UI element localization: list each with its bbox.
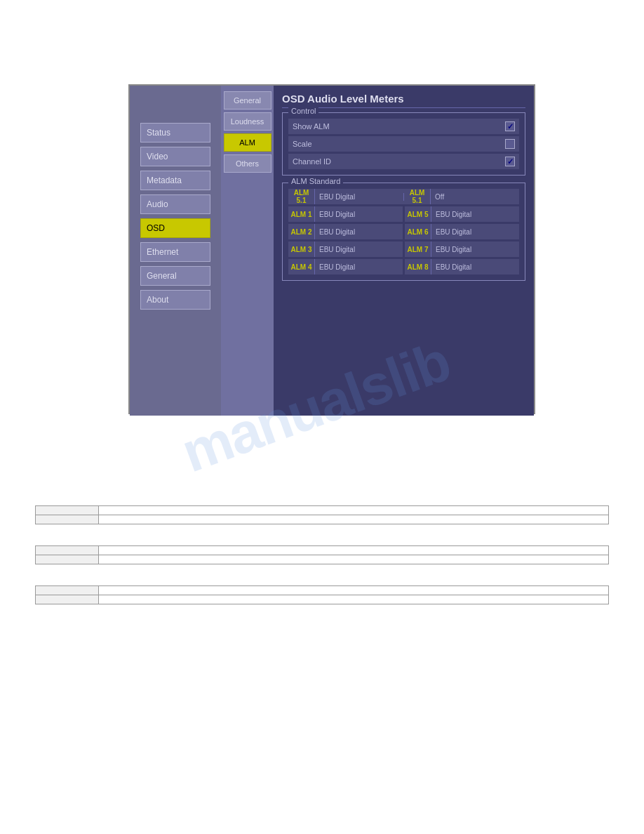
alm-6-val: EBU Digital: [431, 228, 519, 236]
alm-row-1-right: ALM 6 EBU Digital: [405, 224, 519, 239]
control-row-scale: Scale: [288, 136, 519, 152]
alm-7-val: EBU Digital: [431, 246, 519, 253]
control-group: Control Show ALM Scale Channel ID: [282, 112, 525, 176]
table-row: [36, 546, 609, 555]
alm-5-val: EBU Digital: [431, 211, 519, 218]
scale-label: Scale: [293, 140, 505, 148]
alm-4-val: EBU Digital: [315, 263, 403, 271]
subnav-general[interactable]: General: [224, 91, 271, 110]
sidebar-item-osd[interactable]: OSD: [140, 218, 210, 238]
alm-6-id: ALM 6: [405, 224, 431, 239]
table-cell: [36, 555, 99, 564]
sidebar-item-general[interactable]: General: [140, 266, 210, 286]
alm-2-id: ALM 2: [288, 224, 315, 239]
table-row: [36, 555, 609, 564]
left-sidebar: Status Video Metadata Audio OSD Ethernet…: [130, 86, 221, 416]
sidebar-item-video[interactable]: Video: [140, 147, 210, 166]
bottom-table-1: [35, 505, 609, 524]
alm-1-id: ALM 1: [288, 206, 315, 222]
alm-row-2-left: ALM 3 EBU Digital: [288, 241, 403, 257]
subnav-others[interactable]: Others: [224, 154, 271, 173]
sidebar-item-status[interactable]: Status: [140, 123, 210, 143]
table-cell: [36, 595, 99, 604]
alm-row-0-right: ALM 5 EBU Digital: [405, 206, 519, 222]
scale-checkbox[interactable]: [505, 139, 515, 149]
sidebar-item-about[interactable]: About: [140, 290, 210, 310]
sidebar-item-ethernet[interactable]: Ethernet: [140, 242, 210, 262]
alm-8-val: EBU Digital: [431, 263, 519, 271]
alm-header-right-id: ALM 5.1: [404, 189, 431, 204]
channel-id-checkbox[interactable]: [505, 157, 515, 166]
alm-8-id: ALM 8: [405, 259, 431, 274]
table-row: [36, 515, 609, 524]
bottom-tables: [35, 505, 609, 626]
alm-rows-grid: ALM 1 EBU Digital ALM 5 EBU Digital ALM …: [288, 206, 519, 274]
alm-3-val: EBU Digital: [315, 246, 403, 253]
subnav-loudness[interactable]: Loudness: [224, 112, 271, 131]
alm-row-3-left: ALM 4 EBU Digital: [288, 259, 403, 274]
table-cell: [36, 546, 99, 555]
table-cell: [99, 515, 609, 524]
alm-row-1-left: ALM 2 EBU Digital: [288, 224, 403, 239]
table-cell: [99, 555, 609, 564]
alm-header-left-val: EBU Digital: [315, 193, 404, 201]
sidebar-item-metadata[interactable]: Metadata: [140, 171, 210, 190]
alm-header-right-val: Off: [431, 193, 519, 201]
subnav-alm[interactable]: ALM: [224, 133, 271, 152]
alm-header-left-id: ALM 5.1: [288, 189, 315, 204]
table-cell: [99, 546, 609, 555]
table-cell: [99, 506, 609, 515]
alm-5-id: ALM 5: [405, 206, 431, 222]
alm-standard-label: ALM Standard: [288, 177, 343, 185]
alm-row-0-left: ALM 1 EBU Digital: [288, 206, 403, 222]
main-content: OSD Audio Level Meters Control Show ALM …: [274, 86, 534, 416]
show-alm-label: Show ALM: [293, 122, 505, 131]
alm-3-id: ALM 3: [288, 241, 315, 257]
table-row: [36, 506, 609, 515]
table-row: [36, 586, 609, 595]
bottom-table-2: [35, 545, 609, 564]
alm-row-3-right: ALM 8 EBU Digital: [405, 259, 519, 274]
alm-row-2-right: ALM 7 EBU Digital: [405, 241, 519, 257]
show-alm-checkbox[interactable]: [505, 121, 515, 131]
sidebar-item-audio[interactable]: Audio: [140, 194, 210, 214]
alm-7-id: ALM 7: [405, 241, 431, 257]
alm-1-val: EBU Digital: [315, 211, 403, 218]
alm-4-id: ALM 4: [288, 259, 315, 274]
table-cell: [36, 506, 99, 515]
content-title: OSD Audio Level Meters: [282, 93, 525, 108]
channel-id-label: Channel ID: [293, 157, 505, 166]
middle-panel: General Loudness ALM Others: [221, 86, 274, 416]
control-group-label: Control: [288, 107, 318, 115]
control-row-show-alm: Show ALM: [288, 119, 519, 134]
main-ui: KALEIDO Solo Status Video Metadata Audio…: [128, 84, 535, 414]
table-cell: [99, 595, 609, 604]
alm-standard-group: ALM Standard ALM 5.1 EBU Digital ALM 5.1…: [282, 183, 525, 281]
control-row-channel-id: Channel ID: [288, 154, 519, 169]
table-cell: [36, 586, 99, 595]
alm-2-val: EBU Digital: [315, 228, 403, 236]
table-cell: [36, 515, 99, 524]
bottom-table-3: [35, 585, 609, 604]
table-row: [36, 595, 609, 604]
alm-header-row: ALM 5.1 EBU Digital ALM 5.1 Off: [288, 189, 519, 204]
table-cell: [99, 586, 609, 595]
